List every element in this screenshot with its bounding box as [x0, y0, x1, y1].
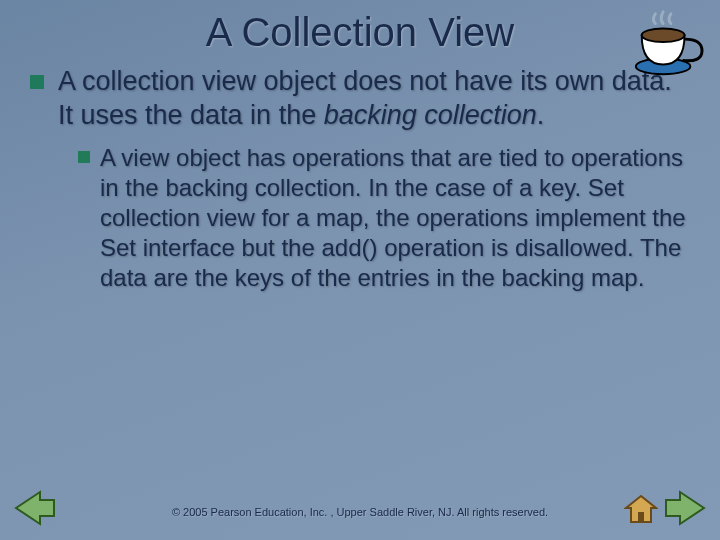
- bullet-level2: A view object has operations that are ti…: [30, 143, 690, 293]
- bullet-icon: [30, 75, 44, 89]
- coffee-cup-icon: [628, 8, 706, 80]
- bullet-icon: [78, 151, 90, 163]
- previous-slide-button[interactable]: [14, 490, 56, 530]
- bullet-level1-italic: backing collection: [324, 100, 537, 130]
- svg-rect-4: [638, 512, 644, 522]
- bullet-level1: A collection view object does not have i…: [30, 65, 690, 133]
- slide: A Collection View A collection view obje…: [0, 0, 720, 540]
- next-slide-button[interactable]: [664, 490, 706, 530]
- slide-title: A Collection View: [0, 0, 720, 55]
- bullet-level1-trailing: .: [537, 100, 545, 130]
- bullet-level2-text: A view object has operations that are ti…: [100, 143, 690, 293]
- slide-body: A collection view object does not have i…: [0, 55, 720, 293]
- copyright-footer: © 2005 Pearson Education, Inc. , Upper S…: [0, 506, 720, 518]
- home-button[interactable]: [624, 494, 658, 528]
- svg-marker-5: [666, 492, 704, 524]
- svg-marker-2: [16, 492, 54, 524]
- bullet-level1-text: A collection view object does not have i…: [58, 65, 690, 133]
- svg-point-1: [642, 28, 685, 42]
